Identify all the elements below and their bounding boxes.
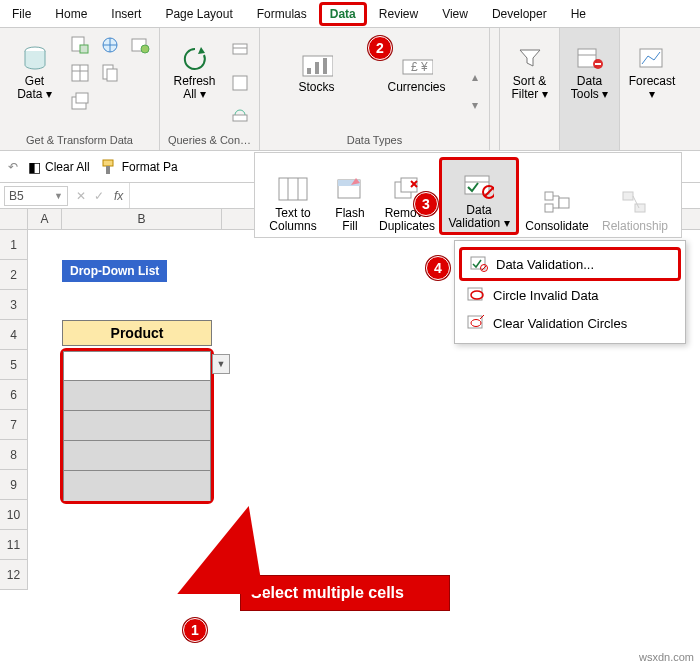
row-header[interactable]: 4 (0, 320, 28, 350)
tab-file[interactable]: File (0, 3, 43, 25)
svg-rect-2 (80, 45, 88, 53)
svg-rect-19 (315, 62, 319, 74)
svg-rect-47 (103, 160, 113, 166)
recent-icon[interactable] (127, 32, 153, 58)
svg-rect-18 (307, 68, 311, 74)
row-header[interactable]: 1 (0, 230, 28, 260)
svg-rect-15 (233, 76, 247, 90)
product-header-cell: Product (62, 320, 212, 346)
currencies-icon: £ ¥ (401, 49, 433, 81)
from-web-icon[interactable] (97, 32, 123, 58)
row-header[interactable]: 5 (0, 350, 28, 380)
consolidate-icon (542, 188, 572, 218)
tab-home[interactable]: Home (43, 3, 99, 25)
data-validation-menu-icon (470, 256, 488, 272)
format-painter-button[interactable]: Format Pa (100, 158, 178, 176)
tab-pagelayout[interactable]: Page Layout (153, 3, 244, 25)
row-header[interactable]: 11 (0, 530, 28, 560)
sort-filter-button[interactable]: Sort & Filter ▾ (502, 32, 558, 112)
svg-point-5 (141, 45, 149, 53)
stocks-button[interactable]: Stocks (272, 32, 362, 112)
from-workbook-icon[interactable] (97, 60, 123, 86)
svg-rect-41 (545, 192, 553, 200)
select-all-corner[interactable] (0, 209, 28, 229)
forecast-icon (636, 43, 668, 75)
svg-rect-12 (76, 93, 88, 103)
menu-clear-circles[interactable]: Clear Validation Circles (459, 309, 681, 337)
consolidate-button[interactable]: Consolidate (519, 157, 595, 235)
eraser-icon: ◧ (28, 159, 41, 175)
row-header[interactable]: 9 (0, 470, 28, 500)
data-validation-button[interactable]: Data Validation ▾ (439, 157, 519, 235)
cell-b9[interactable] (63, 471, 211, 501)
tab-insert[interactable]: Insert (99, 3, 153, 25)
clear-all-button[interactable]: ◧ Clear All (28, 159, 90, 175)
get-data-button[interactable]: Get Data ▾ (7, 32, 63, 112)
circle-invalid-icon (467, 287, 485, 303)
from-table-icon[interactable] (67, 60, 93, 86)
cell-b7[interactable] (63, 411, 211, 441)
data-tools-icon (574, 43, 606, 75)
refresh-all-button[interactable]: Refresh All ▾ (167, 32, 223, 112)
text-to-columns-button[interactable]: Text to Columns (261, 157, 325, 235)
flash-fill-button[interactable]: Flash Fill (325, 157, 375, 235)
paintbrush-icon (100, 158, 118, 176)
queries-group-label: Queries & Con… (168, 132, 251, 148)
cell-b8[interactable] (63, 441, 211, 471)
database-icon (19, 43, 51, 75)
data-tools-button[interactable]: Data Tools ▾ (562, 32, 618, 112)
svg-rect-13 (233, 44, 247, 54)
chevron-down-icon[interactable]: ▼ (54, 191, 63, 201)
svg-rect-48 (106, 166, 110, 174)
menu-data-validation[interactable]: Data Validation... (459, 247, 681, 281)
tab-formulas[interactable]: Formulas (245, 3, 319, 25)
svg-rect-10 (107, 69, 117, 81)
row-header[interactable]: 12 (0, 560, 28, 590)
name-box[interactable]: B5 ▼ (4, 186, 68, 206)
refresh-icon (179, 43, 211, 75)
scroll-up-icon[interactable]: ▴ (472, 70, 478, 84)
cell-b5[interactable]: ▼ (63, 351, 211, 381)
stocks-icon (301, 49, 333, 81)
scroll-down-icon[interactable]: ▾ (472, 98, 478, 112)
links-icon[interactable] (227, 102, 253, 128)
row-header[interactable]: 8 (0, 440, 28, 470)
tab-help[interactable]: He (559, 3, 598, 25)
relationships-button: Relationship (595, 157, 675, 235)
row-header[interactable]: 2 (0, 260, 28, 290)
row-header[interactable]: 7 (0, 410, 28, 440)
clear-circles-icon (467, 315, 485, 331)
queries-icon[interactable] (227, 38, 253, 64)
menu-circle-invalid[interactable]: Circle Invalid Data (459, 281, 681, 309)
row-header[interactable]: 10 (0, 500, 28, 530)
properties-icon[interactable] (227, 70, 253, 96)
tab-data[interactable]: Data (319, 2, 367, 26)
datatypes-label: Data Types (347, 132, 402, 148)
step-badge-3: 3 (414, 192, 438, 216)
ribbon: Get Data ▾ Get & Transform Data (0, 28, 700, 151)
watermark: wsxdn.com (639, 651, 694, 663)
fx-icon[interactable]: fx (114, 189, 123, 203)
row-header[interactable]: 3 (0, 290, 28, 320)
cancel-icon[interactable]: ✕ (76, 189, 86, 203)
svg-rect-16 (233, 115, 247, 121)
cell-b6[interactable] (63, 381, 211, 411)
tab-view[interactable]: View (430, 3, 480, 25)
svg-rect-42 (545, 204, 553, 212)
selected-range[interactable]: ▼ (60, 348, 214, 504)
enter-icon[interactable]: ✓ (94, 189, 104, 203)
undo-icon[interactable]: ↶ (8, 160, 18, 174)
col-header-b[interactable]: B (62, 209, 222, 229)
forecast-button[interactable]: Forecast ▾ (624, 32, 680, 112)
col-header-a[interactable]: A (28, 209, 62, 229)
from-text-icon[interactable] (67, 32, 93, 58)
svg-text:£ ¥: £ ¥ (411, 60, 428, 74)
svg-rect-28 (279, 178, 307, 200)
row-header[interactable]: 6 (0, 380, 28, 410)
tab-review[interactable]: Review (367, 3, 430, 25)
tab-developer[interactable]: Developer (480, 3, 559, 25)
existing-conn-icon[interactable] (67, 88, 93, 114)
menu-bar: File Home Insert Page Layout Formulas Da… (0, 0, 700, 28)
step-badge-4: 4 (426, 256, 450, 280)
dropdown-arrow-icon[interactable]: ▼ (212, 354, 230, 374)
